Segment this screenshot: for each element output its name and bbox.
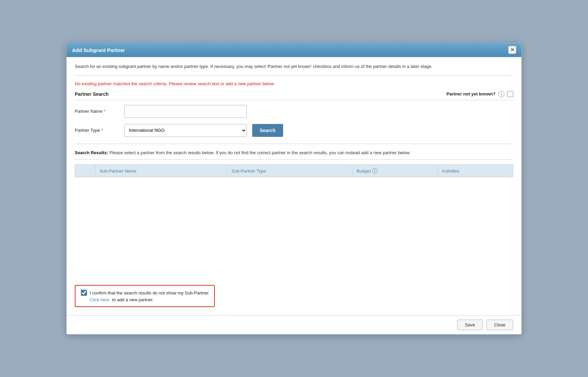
partner-search-header-row: Partner Search Partner not yet known? i bbox=[75, 91, 513, 100]
partner-type-label: Partner Type * bbox=[75, 128, 119, 133]
confirm-row-1: I confirm that the search results do not… bbox=[81, 290, 209, 296]
partner-type-required: * bbox=[101, 128, 103, 133]
budget-info-icon[interactable]: i bbox=[372, 168, 378, 174]
search-results-rest: Please select a partner from the search … bbox=[109, 150, 411, 155]
confirm-section: I confirm that the search results do not… bbox=[75, 282, 513, 309]
confirm-suffix: to add a new partner. bbox=[112, 297, 154, 302]
partner-not-known-group: Partner not yet known? i bbox=[447, 91, 513, 97]
partner-not-known-label: Partner not yet known? bbox=[447, 91, 496, 96]
partner-type-row: Partner Type * International NGO Nationa… bbox=[75, 124, 513, 137]
search-results-bold: Search Results: bbox=[75, 150, 108, 155]
col-radio-header bbox=[75, 165, 96, 177]
modal-close-button[interactable]: ✕ bbox=[508, 46, 516, 54]
results-table: Sub-Partner Name Sub-Partner Type Budget… bbox=[75, 164, 513, 177]
partner-name-row: Partner Name * bbox=[75, 105, 513, 118]
partner-not-known-info-icon[interactable]: i bbox=[498, 91, 504, 97]
error-message: No existing partner matched the search c… bbox=[75, 81, 513, 86]
add-subgrant-partner-modal: Add Subgrant Partner ✕ Search for an exi… bbox=[66, 42, 522, 335]
results-table-header-row: Sub-Partner Name Sub-Partner Type Budget… bbox=[75, 165, 513, 177]
partner-not-known-checkbox[interactable] bbox=[507, 91, 513, 97]
info-text: Search for an existing subgrant partner … bbox=[75, 63, 513, 70]
confirm-checkbox[interactable] bbox=[81, 290, 87, 296]
search-results-description: Search Results: Please select a partner … bbox=[75, 149, 513, 160]
confirm-label: I confirm that the search results do not… bbox=[90, 290, 209, 295]
partner-search-title: Partner Search bbox=[75, 91, 109, 97]
divider-1 bbox=[75, 75, 513, 76]
col-budget-header: Budget i bbox=[352, 165, 438, 177]
col-activities-header: Activities bbox=[438, 165, 513, 177]
save-button[interactable]: Save bbox=[457, 320, 483, 330]
modal-header: Add Subgrant Partner ✕ bbox=[67, 43, 521, 57]
col-sub-partner-type-header: Sub-Partner Type bbox=[227, 165, 352, 177]
partner-type-select[interactable]: International NGO National NGO Governmen… bbox=[124, 124, 247, 137]
col-sub-partner-name-header: Sub-Partner Name bbox=[96, 165, 227, 177]
modal-footer: Save Close bbox=[67, 315, 521, 334]
partner-name-label: Partner Name * bbox=[75, 109, 119, 114]
partner-name-required: * bbox=[104, 109, 105, 114]
modal-backdrop: Add Subgrant Partner ✕ Search for an exi… bbox=[0, 0, 588, 377]
search-button[interactable]: Search bbox=[252, 124, 283, 137]
confirm-box: I confirm that the search results do not… bbox=[75, 285, 215, 307]
empty-results-area bbox=[75, 182, 513, 277]
partner-name-input[interactable] bbox=[124, 105, 247, 118]
divider-2 bbox=[75, 144, 513, 144]
modal-body: Search for an existing subgrant partner … bbox=[67, 57, 521, 315]
close-button[interactable]: Close bbox=[486, 320, 513, 330]
confirm-row-2: Click here to add a new partner. bbox=[81, 297, 209, 302]
click-here-link[interactable]: Click here bbox=[90, 297, 109, 302]
modal-title: Add Subgrant Partner bbox=[72, 47, 125, 53]
